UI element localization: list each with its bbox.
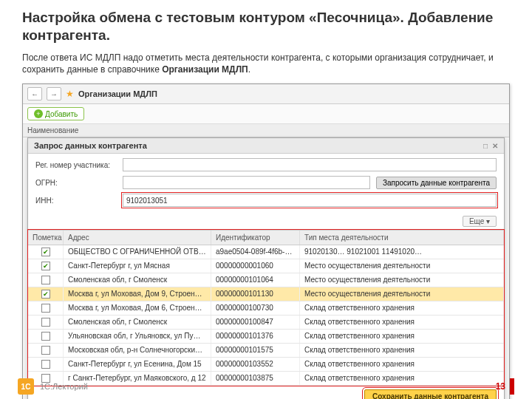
ogrn-input[interactable] xyxy=(123,176,370,189)
row-type: Место осуществления деятельности xyxy=(300,259,504,273)
row-addr: Санкт-Петербург г, ул Есенина, Дом 15 xyxy=(64,358,211,371)
row-id: a9ae0504-089f-4f6b-8766-4331… xyxy=(211,245,300,259)
add-button[interactable]: + Добавить xyxy=(27,107,84,120)
dialog-form: Рег. номер участника: ОГРН: Запросить да… xyxy=(28,154,504,216)
table-row[interactable]: Ульяновская обл, г Ульяновск, ул Пушкаре… xyxy=(28,330,504,344)
slide-title: Настройка обмена с тестовым контуром «Пе… xyxy=(0,0,532,47)
plus-icon: + xyxy=(34,109,43,118)
table-row[interactable]: Санкт-Петербург г, ул Есенина, Дом 15000… xyxy=(28,358,504,372)
row-addr: Смоленская обл, г Смоленск xyxy=(64,273,211,287)
row-addr: Москва г, ул Моховая, Дом 6, Строение 2 xyxy=(64,301,211,315)
row-type: Место осуществления деятельности xyxy=(300,287,504,301)
row-checkbox[interactable] xyxy=(28,358,64,371)
col-type: Тип места деятельности xyxy=(300,231,504,245)
forward-button[interactable]: → xyxy=(47,87,61,100)
dialog-titlebar: Запрос данных контрагента □ ✕ xyxy=(28,138,504,154)
locations-grid: Пометка Адрес Идентификатор Тип места де… xyxy=(28,230,504,386)
row-type: Склад ответственного хранения xyxy=(300,358,504,371)
inn-label: ИНН: xyxy=(35,197,117,205)
table-row[interactable]: Московская обл, р-н Солнечногорский, д Ш… xyxy=(28,344,504,358)
table-row[interactable]: Москва г, ул Моховая, Дом 9, Строение 30… xyxy=(28,287,504,301)
row-addr: Московская обл, р-н Солнечногорский, д Ш… xyxy=(64,344,211,357)
row-id: 00000000103552 xyxy=(211,358,300,371)
slide-footer: 1C 1С:Лекторий 13 xyxy=(0,378,532,395)
brand-label: 1С:Лекторий xyxy=(40,382,88,391)
row-addr: Ульяновская обл, г Ульяновск, ул Пушкаре… xyxy=(64,330,211,343)
table-row[interactable]: Смоленская обл, г Смоленск00000000101064… xyxy=(28,273,504,287)
slide-description: После ответа ИС МДЛП надо отметить места… xyxy=(0,47,532,81)
row-id: 00000000101064 xyxy=(211,273,300,287)
request-button[interactable]: Запросить данные контрагента xyxy=(376,177,497,189)
detach-icon[interactable]: □ xyxy=(483,142,488,150)
row-checkbox[interactable] xyxy=(28,245,64,259)
close-icon[interactable]: ✕ xyxy=(492,142,498,150)
grid-header: Пометка Адрес Идентификатор Тип места де… xyxy=(28,231,504,245)
window-toolbar: ← → ★ Организации МДЛП xyxy=(23,84,509,104)
row-id: 00000000100730 xyxy=(211,301,300,315)
row-type: Склад ответственного хранения xyxy=(300,344,504,357)
secondary-toolbar: + Добавить xyxy=(23,104,509,124)
row-checkbox[interactable] xyxy=(28,316,64,329)
row-id: 00000000101130 xyxy=(211,287,300,301)
reg-label: Рег. номер участника: xyxy=(35,161,117,169)
row-type: Место осуществления деятельности xyxy=(300,273,504,287)
ogrn-label: ОГРН: xyxy=(35,179,117,187)
desc-text-b: Организации МДЛП xyxy=(162,64,248,75)
inn-input[interactable] xyxy=(123,194,497,207)
table-row[interactable]: ОБЩЕСТВО С ОГРАНИЧЕННОЙ ОТВЕТСТВЕН…a9ae0… xyxy=(28,245,504,259)
table-row[interactable]: Москва г, ул Моховая, Дом 6, Строение 20… xyxy=(28,301,504,316)
table-row[interactable]: Смоленская обл, г Смоленск00000000100847… xyxy=(28,316,504,330)
row-checkbox[interactable] xyxy=(28,344,64,357)
col-addr: Адрес xyxy=(64,231,211,245)
row-addr: ОБЩЕСТВО С ОГРАНИЧЕННОЙ ОТВЕТСТВЕН… xyxy=(64,245,211,259)
logo-icon: 1C xyxy=(18,378,34,395)
row-checkbox[interactable] xyxy=(28,259,64,273)
more-button[interactable]: Еще ▾ xyxy=(463,216,497,227)
col-id: Идентификатор xyxy=(211,231,300,245)
row-type: Склад ответственного хранения xyxy=(300,330,504,343)
desc-text-c: . xyxy=(248,64,250,75)
row-checkbox[interactable] xyxy=(28,287,64,301)
favorite-icon[interactable]: ★ xyxy=(66,89,74,99)
row-id: 00000000101376 xyxy=(211,330,300,343)
desc-text-a: После ответа ИС МДЛП надо отметить места… xyxy=(22,52,494,75)
table-row[interactable]: Санкт-Петербург г, ул Мясная000000000010… xyxy=(28,259,504,273)
dialog-title: Запрос данных контрагента xyxy=(34,141,147,150)
page-accent-bar xyxy=(510,378,514,395)
app-window: ← → ★ Организации МДЛП + Добавить Наимен… xyxy=(22,83,510,399)
row-checkbox[interactable] xyxy=(28,330,64,343)
row-addr: Москва г, ул Моховая, Дом 9, Строение 3 xyxy=(64,287,211,301)
window-title: Организации МДЛП xyxy=(78,89,157,98)
row-type: Склад ответственного хранения xyxy=(300,316,504,329)
reg-input[interactable] xyxy=(123,158,497,171)
add-button-label: Добавить xyxy=(45,110,78,118)
list-header: Наименование xyxy=(23,124,509,137)
request-dialog: Запрос данных контрагента □ ✕ Рег. номер… xyxy=(27,137,505,399)
row-id: 00000000001060 xyxy=(211,259,300,273)
row-addr: Смоленская обл, г Смоленск xyxy=(64,316,211,329)
back-button[interactable]: ← xyxy=(27,87,42,100)
row-checkbox[interactable] xyxy=(28,273,64,287)
row-type: Склад ответственного хранения xyxy=(300,301,504,315)
row-checkbox[interactable] xyxy=(28,301,64,315)
row-id: 00000000100847 xyxy=(211,316,300,329)
page-number: 13 xyxy=(496,381,505,392)
col-mark: Пометка xyxy=(28,231,64,245)
row-addr: Санкт-Петербург г, ул Мясная xyxy=(64,259,211,273)
row-id: 00000000101575 xyxy=(211,344,300,357)
row-type: 91020130… 91021001 11491020… xyxy=(300,245,504,259)
